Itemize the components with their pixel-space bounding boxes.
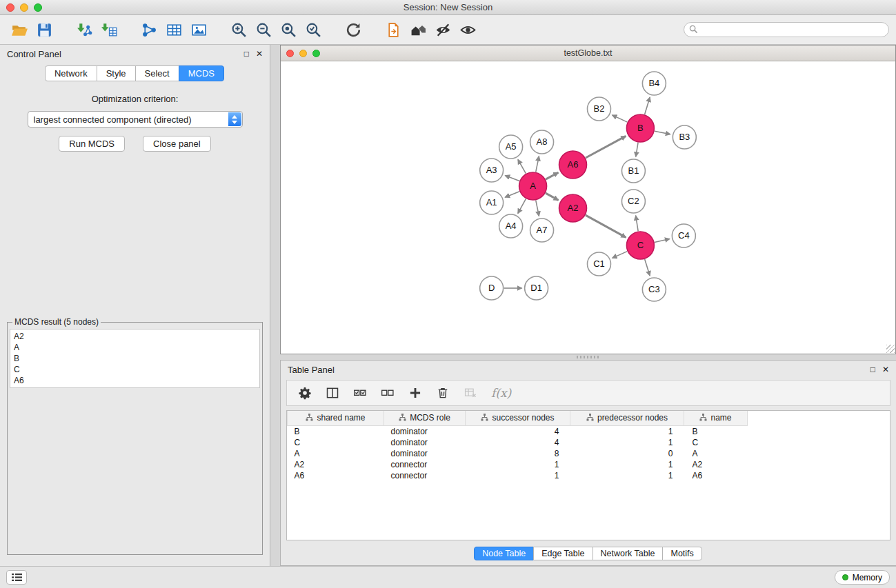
node-C4[interactable]: C4: [672, 224, 695, 247]
zoom-in-button[interactable]: [226, 17, 251, 42]
run-mcds-button[interactable]: Run MCDS: [59, 136, 125, 152]
mcds-result-list[interactable]: A2ABCA6: [10, 329, 260, 388]
save-session-button[interactable]: [32, 17, 57, 42]
edge-A-A6[interactable]: [546, 172, 558, 179]
criterion-dropdown[interactable]: largest connected component (directed): [28, 111, 243, 128]
tab-network[interactable]: Network: [45, 65, 97, 81]
table-row[interactable]: A6connector11A6: [288, 470, 890, 481]
node-B1[interactable]: B1: [621, 159, 645, 183]
edge-A-A7[interactable]: [536, 201, 539, 216]
import-table-button[interactable]: [97, 17, 121, 42]
node-A2[interactable]: A2: [559, 194, 587, 222]
table-cell[interactable]: A2: [684, 459, 748, 470]
column-header-name[interactable]: name: [684, 411, 748, 425]
node-A1[interactable]: A1: [480, 191, 504, 214]
table-cell[interactable]: 8: [466, 448, 570, 459]
table-row[interactable]: Bdominator41B: [288, 425, 890, 437]
node-C1[interactable]: C1: [588, 252, 611, 276]
open-recent-file-button[interactable]: [381, 17, 406, 42]
tab-select[interactable]: Select: [135, 65, 179, 81]
table-cell[interactable]: 1: [570, 437, 684, 448]
show-columns-button[interactable]: [326, 386, 339, 400]
node-A3[interactable]: A3: [480, 159, 504, 182]
table-cell[interactable]: 1: [570, 425, 684, 437]
table-cell[interactable]: A6: [288, 470, 384, 481]
table-cell[interactable]: connector: [384, 459, 466, 470]
edge-B-B2[interactable]: [612, 115, 627, 122]
node-C[interactable]: C: [626, 232, 654, 259]
edge-A-A8[interactable]: [536, 156, 539, 172]
table-row[interactable]: A2connector11A2: [288, 459, 890, 470]
deselect-all-rows-button[interactable]: [381, 386, 395, 400]
select-all-rows-button[interactable]: [353, 386, 367, 400]
table-cell[interactable]: B: [288, 425, 384, 437]
table-cell[interactable]: C: [288, 437, 384, 448]
add-column-button[interactable]: [408, 386, 422, 400]
close-panel-button[interactable]: Close panel: [143, 136, 211, 152]
node-B[interactable]: B: [626, 114, 654, 142]
function-builder-button[interactable]: f(x): [491, 386, 511, 400]
node-C3[interactable]: C3: [642, 278, 666, 301]
table-cell[interactable]: connector: [384, 470, 466, 481]
table-settings-button[interactable]: [298, 386, 312, 400]
network-canvas-container[interactable]: B4B2BB3A5A8A6A3B1AC2A1A2A4A7C4CC1DD1C3: [281, 61, 895, 354]
resize-handle[interactable]: [886, 345, 895, 353]
edge-A-A4[interactable]: [518, 199, 526, 213]
edge-C-C2[interactable]: [636, 216, 639, 232]
table-cell[interactable]: 0: [570, 448, 684, 459]
column-header-successor-nodes[interactable]: successor nodes: [466, 411, 570, 425]
zoom-selected-button[interactable]: [301, 17, 326, 42]
tab-motifs[interactable]: Motifs: [662, 547, 701, 560]
tab-network-table[interactable]: Network Table: [593, 547, 664, 560]
import-network-button[interactable]: [72, 17, 97, 42]
node-A4[interactable]: A4: [499, 214, 523, 238]
edge-B-B3[interactable]: [655, 131, 670, 134]
table-cell[interactable]: dominator: [384, 437, 466, 448]
edge-A-A1[interactable]: [505, 192, 519, 197]
table-cell[interactable]: A: [288, 448, 384, 459]
tab-edge-table[interactable]: Edge Table: [533, 547, 593, 560]
node-C2[interactable]: C2: [621, 190, 645, 213]
node-B2[interactable]: B2: [588, 97, 611, 121]
edge-A-A3[interactable]: [505, 176, 519, 181]
edge-A-A5[interactable]: [518, 159, 526, 173]
edge-B-B4[interactable]: [645, 97, 650, 114]
table-row[interactable]: Cdominator41C: [288, 437, 890, 448]
node-A5[interactable]: A5: [499, 135, 523, 159]
new-network-button[interactable]: [137, 17, 161, 42]
edge-B-B1[interactable]: [636, 143, 638, 157]
memory-button[interactable]: Memory: [835, 570, 890, 585]
table-cell[interactable]: A6: [684, 470, 748, 481]
table-panel-close-button[interactable]: ✕: [882, 365, 889, 374]
edge-A-A2[interactable]: [546, 193, 559, 200]
table-cell[interactable]: 1: [466, 459, 570, 470]
node-A[interactable]: A: [519, 172, 547, 200]
tab-style[interactable]: Style: [97, 65, 136, 81]
new-table-button[interactable]: [161, 17, 186, 42]
column-header-mcds-role[interactable]: MCDS role: [384, 411, 466, 425]
table-cell[interactable]: 4: [466, 425, 570, 437]
column-header-predecessor-nodes[interactable]: predecessor nodes: [570, 411, 684, 425]
edge-A6-B[interactable]: [586, 136, 626, 158]
zoom-fit-button[interactable]: [276, 17, 301, 42]
table-cell[interactable]: A2: [288, 459, 384, 470]
table-cell[interactable]: 1: [570, 470, 684, 481]
edge-C-C4[interactable]: [655, 239, 670, 243]
delete-table-button[interactable]: [464, 386, 477, 400]
node-B3[interactable]: B3: [673, 125, 696, 149]
node-B4[interactable]: B4: [642, 72, 666, 95]
edge-C-C1[interactable]: [613, 252, 628, 258]
zoom-out-button[interactable]: [251, 17, 276, 42]
node-A7[interactable]: A7: [530, 219, 554, 242]
horizontal-splitter[interactable]: [280, 354, 896, 360]
hide-graphics-details-button[interactable]: [430, 17, 455, 42]
edge-A2-C[interactable]: [586, 215, 626, 237]
table-cell[interactable]: A: [684, 448, 748, 459]
table-cell[interactable]: dominator: [384, 448, 466, 459]
table-cell[interactable]: B: [684, 425, 748, 437]
delete-column-button[interactable]: [436, 386, 450, 400]
table-panel-float-button[interactable]: □: [870, 365, 875, 374]
tab-mcds[interactable]: MCDS: [179, 65, 224, 81]
panel-menu-button[interactable]: [6, 570, 27, 585]
control-panel-float-button[interactable]: □: [244, 49, 249, 59]
